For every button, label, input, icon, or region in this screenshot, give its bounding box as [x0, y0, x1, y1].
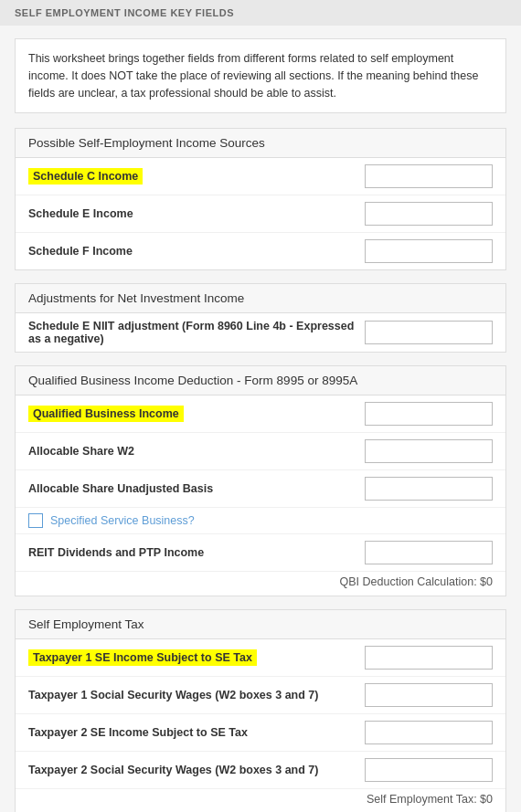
field-row-taxpayer2-ss: Taxpayer 2 Social Security Wages (W2 box…: [16, 752, 505, 789]
field-row-allocable-w2: Allocable Share W2: [16, 433, 505, 470]
field-row-reit: REIT Dividends and PTP Income: [16, 534, 505, 572]
section-net-investment: Adjustments for Net Investment Income Sc…: [15, 283, 506, 353]
page-header: SELF EMPLOYMENT INCOME KEY FIELDS: [0, 0, 521, 26]
section-qbi: Qualified Business Income Deduction - Fo…: [15, 365, 506, 596]
allocable-unadjusted-input[interactable]: [365, 477, 493, 501]
field-row-schedule-f: Schedule F Income: [16, 233, 505, 269]
info-box: This worksheet brings together fields fr…: [15, 38, 506, 113]
section-possible-sources-header: Possible Self-Employment Income Sources: [16, 129, 505, 158]
schedule-f-income-label: Schedule F Income: [28, 245, 365, 258]
section-possible-sources: Possible Self-Employment Income Sources …: [15, 128, 506, 270]
section-se-tax-header: Self Employment Tax: [16, 610, 505, 639]
taxpayer2-ss-input[interactable]: [365, 758, 493, 782]
schedule-e-income-input[interactable]: [365, 202, 493, 226]
field-row-schedule-e: Schedule E Income: [16, 195, 505, 233]
taxpayer2-se-input[interactable]: [365, 721, 493, 744]
field-row-niit: Schedule E NIIT adjustment (Form 8960 Li…: [16, 313, 505, 352]
schedule-c-income-label: Schedule C Income: [28, 170, 365, 183]
taxpayer2-ss-label: Taxpayer 2 Social Security Wages (W2 box…: [28, 764, 365, 776]
field-row-schedule-c: Schedule C Income: [16, 158, 505, 195]
qbi-input[interactable]: [365, 402, 493, 426]
section-net-investment-header: Adjustments for Net Investment Income: [16, 284, 505, 313]
allocable-w2-input[interactable]: [365, 439, 493, 463]
section-qbi-header: Qualified Business Income Deduction - Fo…: [16, 366, 505, 395]
reit-input[interactable]: [365, 541, 493, 564]
reit-label: REIT Dividends and PTP Income: [28, 546, 365, 559]
niit-input[interactable]: [365, 321, 493, 344]
allocable-unadjusted-label: Allocable Share Unadjusted Basis: [28, 482, 365, 495]
checkbox-row-specified-service: Specified Service Business?: [16, 508, 505, 534]
allocable-w2-label: Allocable Share W2: [28, 445, 365, 458]
field-row-taxpayer1-ss: Taxpayer 1 Social Security Wages (W2 box…: [16, 677, 505, 714]
specified-service-checkbox[interactable]: [28, 513, 43, 528]
specified-service-label: Specified Service Business?: [50, 514, 195, 527]
schedule-f-income-input[interactable]: [365, 239, 493, 263]
se-tax-calculation-row: Self Employment Tax: $0: [16, 789, 505, 812]
taxpayer2-se-label: Taxpayer 2 SE Income Subject to SE Tax: [28, 726, 365, 739]
field-row-taxpayer1-se: Taxpayer 1 SE Income Subject to SE Tax: [16, 639, 505, 677]
niit-label: Schedule E NIIT adjustment (Form 8960 Li…: [28, 320, 365, 345]
qbi-calculation-row: QBI Deduction Calculation: $0: [16, 572, 505, 596]
section-self-employment-tax: Self Employment Tax Taxpayer 1 SE Income…: [15, 609, 506, 812]
schedule-e-income-label: Schedule E Income: [28, 207, 365, 220]
taxpayer1-se-input[interactable]: [365, 646, 493, 670]
field-row-taxpayer2-se: Taxpayer 2 SE Income Subject to SE Tax: [16, 714, 505, 752]
field-row-allocable-unadjusted: Allocable Share Unadjusted Basis: [16, 470, 505, 508]
taxpayer1-se-label: Taxpayer 1 SE Income Subject to SE Tax: [28, 651, 365, 664]
field-row-qbi: Qualified Business Income: [16, 395, 505, 433]
taxpayer1-ss-label: Taxpayer 1 Social Security Wages (W2 box…: [28, 689, 365, 701]
taxpayer1-ss-input[interactable]: [365, 683, 493, 707]
qbi-label: Qualified Business Income: [28, 407, 365, 420]
schedule-c-income-input[interactable]: [365, 164, 493, 188]
